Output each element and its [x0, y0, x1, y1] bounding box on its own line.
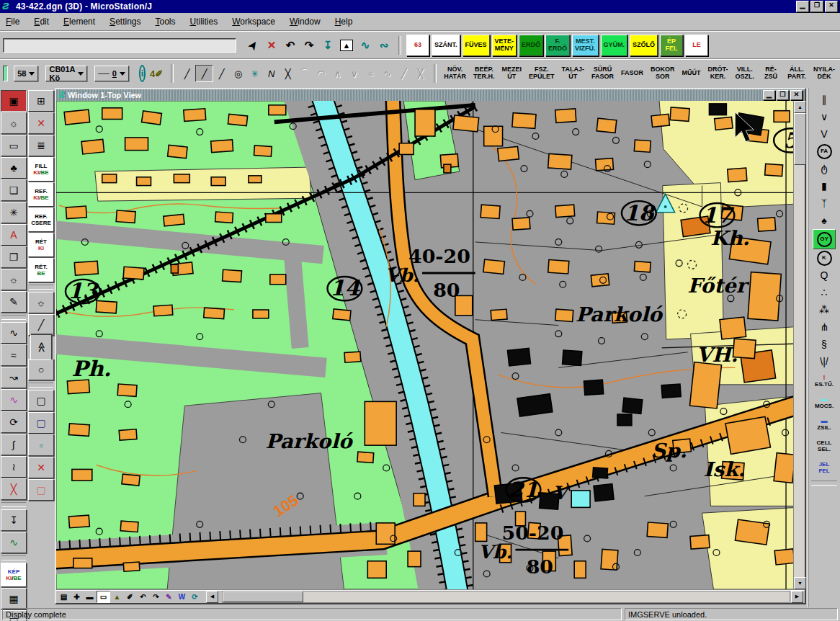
menu-help[interactable]: Help: [335, 17, 353, 27]
gy-circle-button[interactable]: GY: [813, 229, 836, 249]
scroll-up-icon[interactable]: ▲: [794, 101, 806, 113]
import-icon[interactable]: ↧: [318, 37, 337, 54]
black-bar-icon[interactable]: ▮: [810, 177, 838, 195]
fill-kibe-button[interactable]: FILLKI/BE: [28, 157, 54, 182]
menu-element[interactable]: Element: [63, 17, 95, 27]
landuse-vetemeny-button[interactable]: VETE- MÉNY: [492, 35, 517, 56]
lamp-icon[interactable]: ☼: [1, 269, 27, 290]
linestyle-dropdown[interactable]: ── 0: [94, 66, 129, 81]
landuse-mest-vizfo-button[interactable]: MEST. VIZFÜ.: [572, 35, 599, 56]
ret-ki-button[interactable]: RÉTKI: [28, 233, 54, 257]
drop-element-icon[interactable]: ↧: [1, 509, 27, 531]
menu-tools[interactable]: Tools: [155, 17, 175, 27]
pear-tree-icon[interactable]: ტ: [810, 160, 838, 177]
raster-manager-icon[interactable]: ▲: [337, 37, 356, 54]
map-view[interactable]: 13141817521Ph.ParkolóParkolóFőtérKh.VH.S…: [56, 101, 793, 589]
section-wave-icon[interactable]: §: [810, 336, 838, 353]
curve-points-icon[interactable]: ∾: [375, 37, 393, 54]
query-curve2-icon[interactable]: ∿: [1, 389, 27, 411]
scroll-right-icon[interactable]: ▶: [791, 591, 803, 603]
feature-button-4[interactable]: FSZ. EPÜLET: [527, 66, 557, 81]
fit-view-icon[interactable]: ▲: [111, 591, 123, 602]
lamp-wire2-icon[interactable]: ☼: [28, 292, 54, 313]
place-line2-icon[interactable]: ╱: [28, 314, 54, 336]
save-design-icon[interactable]: ▣: [1, 90, 27, 112]
feature-button-11[interactable]: VILL. OSZL.: [733, 66, 756, 81]
delete-view-icon[interactable]: ✕: [28, 112, 54, 134]
view-close-button[interactable]: ✕: [790, 90, 803, 100]
rotate-cell-icon[interactable]: ⟳: [1, 411, 27, 433]
fence-delete-icon[interactable]: ✕: [28, 457, 54, 478]
feature-button-6[interactable]: SŰRŰ FASOR: [589, 66, 616, 81]
pen-4-icon[interactable]: 4✐: [150, 68, 163, 79]
active-color-swatch[interactable]: [3, 66, 8, 81]
view-minimize-button[interactable]: ▁: [763, 90, 775, 100]
vertical-scroll-thumb[interactable]: [794, 113, 806, 165]
feature-button-1[interactable]: NÖV. HATÁR: [442, 66, 468, 81]
landuse-fuves-button[interactable]: FÜVES: [463, 35, 490, 56]
dotted-tree-icon[interactable]: ⁂: [810, 301, 838, 318]
vee-mark-icon[interactable]: V: [810, 125, 838, 143]
place-block-icon[interactable]: ▭: [1, 135, 27, 156]
delete-element-icon[interactable]: ✕: [262, 37, 281, 54]
n-slash-icon[interactable]: N: [263, 66, 280, 81]
horizontal-scrollbar[interactable]: [222, 591, 790, 603]
cell-sel-button[interactable]: CELLSEL.: [810, 435, 838, 457]
open-view-icon[interactable]: ⊞: [28, 90, 54, 112]
place-line-icon[interactable]: ╱: [195, 65, 213, 82]
menu-window[interactable]: Window: [290, 17, 321, 27]
text-tool-icon[interactable]: A: [1, 224, 27, 246]
ref-kibe-button[interactable]: REF.KI/BE: [28, 182, 54, 207]
line-segment-icon[interactable]: ╱: [179, 66, 195, 81]
menu-edit[interactable]: Edit: [34, 17, 49, 27]
feature-button-8[interactable]: BOKOR SOR: [648, 66, 677, 81]
zoom-in-icon[interactable]: ✚: [71, 591, 83, 602]
landuse-erdo-button[interactable]: ERDŐ: [519, 35, 543, 56]
lamp-wire-icon[interactable]: ☼: [1, 112, 27, 134]
feature-button-7[interactable]: FASOR: [619, 70, 645, 77]
undo-icon[interactable]: ↶: [281, 37, 300, 54]
pan-view-icon[interactable]: ✐: [124, 591, 136, 602]
circle-tool-icon[interactable]: ○: [28, 359, 54, 380]
feature-button-12[interactable]: RÉ- ZSŰ: [759, 66, 782, 81]
view-next-icon[interactable]: ↷: [150, 591, 162, 602]
feature-button-13[interactable]: ÁLL. PART.: [785, 66, 808, 81]
ref-csere-button[interactable]: REF.CSERE: [28, 207, 54, 232]
scroll-down-icon[interactable]: ▼: [794, 577, 806, 589]
pattern-star-icon[interactable]: ✳: [246, 66, 263, 81]
window-area-icon[interactable]: ▭: [97, 591, 110, 603]
s-curve-icon[interactable]: ∫: [1, 434, 27, 455]
feature-button-5[interactable]: TALAJ- ÚT: [560, 66, 586, 81]
cross-lines-icon[interactable]: ╳: [280, 66, 296, 81]
render-icon[interactable]: W: [176, 591, 188, 602]
level-dropdown[interactable]: 58: [14, 66, 38, 81]
copy-element-icon[interactable]: ❐: [1, 246, 27, 268]
menu-workspace[interactable]: Workspace: [232, 17, 275, 27]
menu-file[interactable]: File: [6, 17, 19, 27]
bare-tree-icon[interactable]: ᛉ: [810, 195, 838, 212]
cells-lamp-icon[interactable]: ♣: [1, 157, 27, 179]
modify-curve-icon[interactable]: ↝: [1, 367, 27, 388]
ret-be-button[interactable]: RÉT.BE: [28, 258, 54, 282]
double-wave-icon[interactable]: ≈: [1, 344, 27, 366]
menu-settings[interactable]: Settings: [110, 17, 140, 27]
cross-delete-icon[interactable]: ╳: [1, 478, 27, 500]
q-circle-icon[interactable]: Q: [810, 267, 838, 284]
spray-star-icon[interactable]: ✳: [1, 202, 27, 223]
dots-icon[interactable]: ∴: [810, 284, 838, 301]
landuse-szant-button[interactable]: SZÁNT.: [432, 35, 460, 56]
landuse-ep-fel-button[interactable]: ÉP FEL: [660, 35, 683, 56]
k-circle-icon[interactable]: K: [810, 249, 838, 267]
view-previous-icon[interactable]: ↶: [137, 591, 149, 602]
landuse-le-button[interactable]: LE: [685, 35, 708, 56]
zsil-button[interactable]: ▬ZSIL.: [810, 414, 838, 435]
close-button[interactable]: ✕: [825, 1, 838, 12]
vertical-scrollbar[interactable]: ▲ ▼: [793, 101, 805, 589]
zoom-out-icon[interactable]: ▬: [84, 591, 96, 602]
cell-dropdown[interactable]: CB01A Kö: [45, 66, 87, 81]
view-attributes-icon[interactable]: ▤: [58, 591, 70, 602]
feature-button-14[interactable]: NYILA- DÉK: [811, 66, 837, 81]
fence-block-icon[interactable]: ▢: [28, 390, 54, 411]
menu-utilities[interactable]: Utilities: [190, 17, 218, 27]
wave-node-icon[interactable]: ∿: [1, 532, 27, 553]
